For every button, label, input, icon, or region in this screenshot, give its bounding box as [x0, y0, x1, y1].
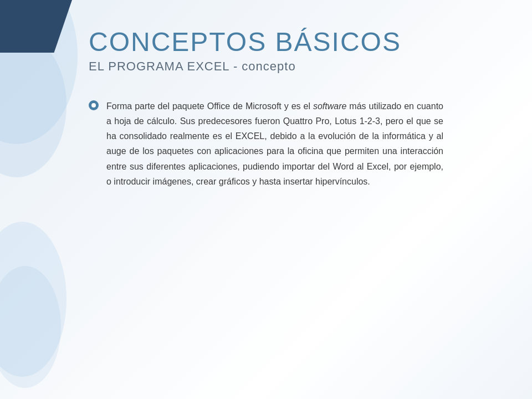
- bullet-inner: [91, 103, 96, 108]
- bullet-section: Forma parte del paquete Office de Micros…: [89, 99, 443, 189]
- slide-container: CONCEPTOS BÁSICOS EL PROGRAMA EXCEL - co…: [0, 0, 532, 399]
- bullet-paragraph: Forma parte del paquete Office de Micros…: [106, 99, 443, 189]
- accent-block: [0, 0, 72, 53]
- main-title: CONCEPTOS BÁSICOS: [89, 28, 510, 57]
- deco-arc-3: [0, 222, 66, 377]
- text-software: software: [313, 101, 346, 111]
- deco-arc-2: [0, 33, 66, 177]
- deco-arc-4: [0, 266, 61, 388]
- text-part1: Forma parte del paquete Office de Micros…: [106, 101, 313, 111]
- bullet-icon: [89, 100, 99, 110]
- bullet-item: Forma parte del paquete Office de Micros…: [89, 99, 443, 189]
- decorative-left: [0, 0, 89, 399]
- sub-title: EL PROGRAMA EXCEL - concepto: [89, 59, 510, 74]
- text-part2: más utilizado en cuanto a hoja de cálcul…: [106, 101, 443, 186]
- slide-content: CONCEPTOS BÁSICOS EL PROGRAMA EXCEL - co…: [89, 28, 510, 377]
